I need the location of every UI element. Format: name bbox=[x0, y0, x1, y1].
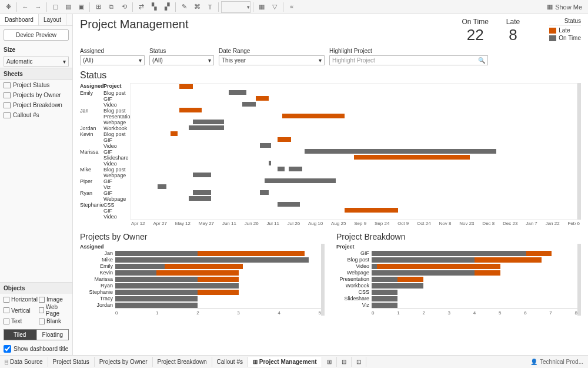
bar-segment[interactable] bbox=[372, 296, 397, 301]
gantt-bar[interactable] bbox=[179, 84, 193, 89]
gantt-bar[interactable] bbox=[171, 131, 177, 136]
highlight-search-input[interactable]: Highlight Project🔍 bbox=[329, 55, 488, 65]
bar-segment[interactable] bbox=[115, 251, 198, 256]
bar-segment[interactable] bbox=[115, 290, 198, 295]
tab-layout[interactable]: Layout bbox=[39, 14, 66, 25]
labels-icon[interactable]: T bbox=[204, 1, 216, 13]
filter-assigned-dropdown[interactable]: (All)▾ bbox=[80, 55, 145, 65]
bar-segment[interactable] bbox=[198, 290, 239, 295]
bar-segment[interactable] bbox=[372, 251, 526, 256]
data-source-tab[interactable]: ⌸Data Source bbox=[0, 357, 48, 367]
new-story-icon[interactable]: ⊡ bbox=[352, 357, 366, 367]
object-item[interactable]: Web Page bbox=[39, 304, 69, 317]
gantt-bar[interactable] bbox=[260, 190, 269, 195]
bar-segment[interactable] bbox=[372, 264, 377, 269]
gantt-bar[interactable] bbox=[193, 173, 211, 177]
bar-segment[interactable] bbox=[377, 264, 500, 269]
bar-segment[interactable] bbox=[475, 270, 500, 276]
object-item[interactable]: Text bbox=[4, 318, 38, 324]
gantt-chart[interactable] bbox=[130, 83, 577, 220]
gantt-bar[interactable] bbox=[289, 167, 302, 171]
new-worksheet-icon[interactable]: ⊞ bbox=[322, 357, 337, 367]
bar-segment[interactable] bbox=[372, 270, 475, 276]
share-icon[interactable]: ∝ bbox=[286, 1, 298, 13]
gantt-bar[interactable] bbox=[193, 190, 211, 195]
bar-segment[interactable] bbox=[198, 251, 305, 256]
swap-icon[interactable]: ⇄ bbox=[135, 1, 147, 13]
bar-segment[interactable] bbox=[115, 264, 165, 269]
bar-segment[interactable] bbox=[115, 277, 198, 282]
filter-date-dropdown[interactable]: This year▾ bbox=[219, 55, 325, 65]
project-breakdown-chart[interactable]: Project Breakdown ProjectGIFBlog postVid… bbox=[336, 232, 581, 316]
bar-segment[interactable] bbox=[115, 303, 198, 308]
object-item[interactable]: Blank bbox=[39, 318, 69, 324]
bar-segment[interactable] bbox=[115, 296, 198, 301]
worksheet-tab[interactable]: Project Breakdown bbox=[153, 357, 212, 367]
pbd-scrollbar[interactable] bbox=[577, 244, 581, 316]
cards-icon[interactable]: ▦ bbox=[256, 1, 268, 13]
gantt-bar[interactable] bbox=[282, 114, 345, 118]
sort-asc-icon[interactable]: ▚ bbox=[148, 1, 160, 13]
worksheet-tab[interactable]: ⊞ Project Management bbox=[248, 357, 322, 367]
new-dashboard-icon[interactable]: ⊟ bbox=[337, 357, 352, 367]
new-worksheet-icon[interactable]: ⊞ bbox=[92, 1, 104, 13]
gantt-bar[interactable] bbox=[269, 161, 271, 165]
gantt-scrollbar[interactable] bbox=[577, 83, 581, 220]
worksheet-tab[interactable]: Projects by Owner bbox=[95, 357, 153, 367]
mode-floating-button[interactable]: Floating bbox=[36, 329, 69, 340]
worksheet-tab[interactable]: Callout #s bbox=[212, 357, 248, 367]
bar-segment[interactable] bbox=[372, 257, 475, 263]
gantt-bar[interactable] bbox=[242, 102, 256, 107]
bar-segment[interactable] bbox=[526, 251, 552, 256]
sheet-item[interactable]: Callout #s bbox=[0, 110, 72, 120]
projects-by-owner-chart[interactable]: Projects by Owner AssignedJanMikeEmilyKe… bbox=[80, 232, 325, 316]
pbo-scrollbar[interactable] bbox=[321, 244, 325, 316]
bar-segment[interactable] bbox=[198, 277, 239, 282]
presentation-icon[interactable]: ▽ bbox=[269, 1, 280, 13]
bar-segment[interactable] bbox=[115, 283, 239, 289]
gantt-bar[interactable] bbox=[265, 178, 336, 183]
tab-dashboard[interactable]: Dashboard bbox=[0, 14, 39, 25]
bar-segment[interactable] bbox=[115, 270, 156, 276]
gantt-bar[interactable] bbox=[278, 137, 291, 142]
logo-icon[interactable]: ❋ bbox=[2, 1, 14, 13]
group-icon[interactable]: ⌘ bbox=[191, 1, 203, 13]
device-preview-button[interactable]: Device Preview bbox=[4, 29, 69, 41]
fit-dropdown[interactable]: ▾ bbox=[221, 1, 250, 13]
mode-tiled-button[interactable]: Tiled bbox=[4, 329, 36, 340]
gantt-bar[interactable] bbox=[354, 155, 470, 160]
sheet-item[interactable]: Project Status bbox=[0, 80, 72, 90]
gantt-bar[interactable] bbox=[345, 208, 398, 213]
sheet-item[interactable]: Project Breakdown bbox=[0, 100, 72, 110]
highlight-icon[interactable]: ✎ bbox=[178, 1, 190, 13]
gantt-bar[interactable] bbox=[189, 196, 211, 201]
gantt-bar[interactable] bbox=[305, 149, 496, 154]
object-item[interactable]: Vertical bbox=[4, 304, 38, 317]
object-item[interactable]: Image bbox=[39, 296, 69, 303]
size-dropdown[interactable]: Automatic ▾ bbox=[4, 57, 69, 67]
bar-segment[interactable] bbox=[372, 290, 397, 295]
showme-button[interactable]: ▦ Show Me bbox=[543, 3, 586, 11]
clear-icon[interactable]: ⟲ bbox=[118, 1, 130, 13]
forward-icon[interactable]: → bbox=[32, 1, 44, 13]
gantt-bar[interactable] bbox=[256, 96, 269, 101]
worksheet-tab[interactable]: Project Status bbox=[48, 357, 95, 367]
autosave-icon[interactable]: ▣ bbox=[75, 1, 87, 13]
gantt-bar[interactable] bbox=[189, 125, 225, 130]
bar-segment[interactable] bbox=[165, 264, 243, 269]
bar-segment[interactable] bbox=[156, 270, 239, 276]
data-source-indicator[interactable]: 👤Technical Prod... bbox=[526, 359, 588, 365]
show-title-checkbox[interactable] bbox=[4, 345, 11, 353]
gantt-bar[interactable] bbox=[193, 120, 224, 124]
bar-segment[interactable] bbox=[372, 283, 423, 289]
filter-status-dropdown[interactable]: (All)▾ bbox=[149, 55, 214, 65]
bar-segment[interactable] bbox=[397, 277, 423, 282]
object-item[interactable]: Horizontal bbox=[4, 296, 38, 303]
sort-desc-icon[interactable]: ▞ bbox=[161, 1, 173, 13]
bar-segment[interactable] bbox=[372, 277, 397, 282]
bar-segment[interactable] bbox=[475, 257, 542, 263]
gantt-bar[interactable] bbox=[158, 184, 166, 189]
gantt-bar[interactable] bbox=[278, 167, 284, 171]
gantt-bar[interactable] bbox=[229, 90, 246, 95]
gantt-bar[interactable] bbox=[179, 108, 202, 112]
